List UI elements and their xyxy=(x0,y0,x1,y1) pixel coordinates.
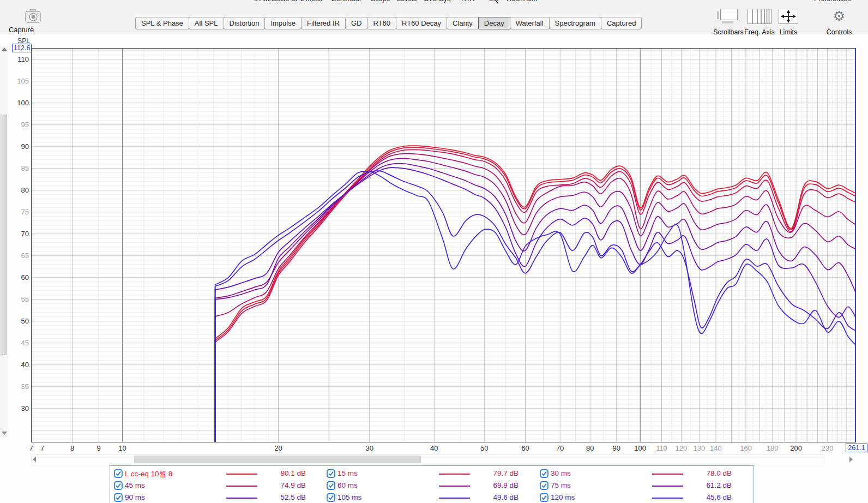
camera-icon xyxy=(25,9,41,24)
tab-rt60[interactable]: RT60 xyxy=(367,17,396,29)
legend-checkbox-L-cc-eq-10-8[interactable] xyxy=(114,469,123,478)
legend-level-value: 80.1 dB xyxy=(257,469,306,477)
legend-checkbox-30-ms[interactable] xyxy=(540,469,548,478)
legend-level-value: 69.9 dB xyxy=(469,481,519,489)
tool-button-label: Limits xyxy=(780,28,798,36)
tab-all-spl[interactable]: All SPL xyxy=(189,17,224,29)
menu-item-room-sim[interactable]: Room sim xyxy=(507,0,537,4)
tab-filtered-ir[interactable]: Filtered IR xyxy=(301,17,346,29)
legend-label: 75 ms xyxy=(551,481,571,489)
tab-captured[interactable]: Captured xyxy=(601,17,642,29)
x-tick-label: 7 xyxy=(31,444,55,452)
legend-checkbox-15-ms[interactable] xyxy=(327,469,335,478)
x-tick-label: 80 xyxy=(578,444,602,452)
legend-line-sample xyxy=(226,474,257,475)
horizontal-scrollbar-thumb[interactable] xyxy=(134,456,421,463)
tab-waterfall[interactable]: Waterfall xyxy=(510,17,550,29)
x-tick-label: 10 xyxy=(111,444,135,452)
tool-button-label: Freq. Axis xyxy=(744,28,775,36)
legend-label: 120 ms xyxy=(551,493,575,501)
decay-plot[interactable] xyxy=(31,48,856,442)
x-tick-label: 30 xyxy=(358,444,382,452)
menu-item-scope[interactable]: Scope xyxy=(371,0,390,4)
limits-icon xyxy=(775,9,801,24)
top-limit-value[interactable]: 112.6 xyxy=(12,44,32,52)
scroll-right-icon[interactable] xyxy=(849,457,853,462)
legend-line-sample xyxy=(439,486,470,487)
scroll-left-icon[interactable] xyxy=(33,457,36,462)
x-tick-label: 70 xyxy=(548,444,572,452)
x-tick-label: 200 xyxy=(784,444,808,452)
x-tick-label: 60 xyxy=(514,444,538,452)
gear-icon: ⚙ xyxy=(826,9,852,23)
legend-checkbox-120-ms[interactable] xyxy=(540,493,548,502)
legend-level-value: 52.5 dB xyxy=(257,493,306,501)
menu-item-preferences[interactable]: Preferences xyxy=(814,0,851,4)
x-tick-label: 9 xyxy=(87,444,111,452)
menu-item-spl-meter[interactable]: SPL meter xyxy=(291,0,323,4)
legend-checkbox-75-ms[interactable] xyxy=(540,481,548,490)
legend-line-sample xyxy=(439,498,470,499)
legend-line-sample xyxy=(439,474,470,475)
tool-button-label: Scrollbars xyxy=(713,28,744,36)
x-tick-label: 180 xyxy=(761,444,785,452)
x-tick-label: 100 xyxy=(628,444,652,452)
legend-label: 45 ms xyxy=(125,481,145,489)
legend-label: 30 ms xyxy=(551,469,571,477)
capture-button[interactable]: Capture xyxy=(5,8,47,34)
tool-button-label: Controls xyxy=(827,28,852,36)
scroll-down-icon[interactable] xyxy=(2,432,7,435)
legend-line-sample xyxy=(226,498,257,499)
legend-checkbox-60-ms[interactable] xyxy=(327,481,335,490)
x-tick-label: 50 xyxy=(472,444,496,452)
legend-checkbox-105-ms[interactable] xyxy=(327,493,335,502)
scrollbars-icon xyxy=(715,9,742,24)
menu-item-levels[interactable]: Levels xyxy=(397,0,417,4)
tab-distortion[interactable]: Distortion xyxy=(224,17,266,29)
limits-button[interactable]: Limits xyxy=(775,9,801,24)
x-tick-label: 140 xyxy=(704,444,728,452)
legend-level-value: 74.9 dB xyxy=(257,481,306,489)
menu-item-rta[interactable]: RTA xyxy=(461,0,474,4)
x-tick-label: 40 xyxy=(422,444,446,452)
legend-line-sample xyxy=(652,498,683,499)
legend-checkbox-45-ms[interactable] xyxy=(114,481,123,490)
freq-axis-button[interactable]: Freq. Axis xyxy=(746,9,773,24)
capture-label: Capture xyxy=(5,26,37,34)
legend-line-sample xyxy=(226,486,257,487)
x-tick-label: 160 xyxy=(734,444,758,452)
controls-button[interactable]: ⚙Controls xyxy=(826,9,852,23)
tab-gd[interactable]: GD xyxy=(345,17,368,29)
toolbar: IR windowsSPL meterGeneratorScopeLevelsO… xyxy=(0,0,868,34)
x-tick-label: 90 xyxy=(605,444,629,452)
freq-axis-icon xyxy=(746,9,773,24)
right-limit-value[interactable]: 261.1 xyxy=(846,444,867,452)
scroll-up-icon[interactable] xyxy=(2,47,7,51)
menu-item-ir-windows[interactable]: IR windows xyxy=(254,0,289,4)
tab-impulse[interactable]: Impulse xyxy=(264,17,302,29)
legend-level-value: 45.6 dB xyxy=(683,493,732,501)
tab-spectrogram[interactable]: Spectrogram xyxy=(549,17,601,29)
tab-decay[interactable]: Decay xyxy=(478,17,510,29)
scrollbars-button[interactable]: Scrollbars xyxy=(715,9,742,24)
menu-item-eq[interactable]: EQ xyxy=(489,0,499,4)
menu-item-overlays[interactable]: Overlays xyxy=(424,0,450,4)
legend-line-sample xyxy=(652,474,683,475)
tab-clarity[interactable]: Clarity xyxy=(447,17,479,29)
tab-rt60-decay[interactable]: RT60 Decay xyxy=(396,17,447,29)
legend-label: 90 ms xyxy=(125,493,145,501)
legend-label: L cc-eq 10월 8 xyxy=(125,469,172,479)
legend-line-sample xyxy=(652,486,683,487)
x-tick-label: 8 xyxy=(61,444,85,452)
legend-level-value: 78.0 dB xyxy=(683,469,732,477)
legend-checkbox-90-ms[interactable] xyxy=(114,493,123,502)
tab-spl-phase[interactable]: SPL & Phase xyxy=(135,17,189,29)
vertical-scrollbar-thumb[interactable] xyxy=(1,115,7,355)
legend-label: 60 ms xyxy=(337,481,358,489)
legend-level-value: 79.7 dB xyxy=(469,469,519,477)
graph-tabs: SPL & PhaseAll SPLDistortionImpulseFilte… xyxy=(135,17,642,29)
x-tick-label: 230 xyxy=(816,444,840,452)
legend-panel: L cc-eq 10월 880.1 dB15 ms79.7 dB30 ms78.… xyxy=(110,465,754,503)
x-tick-label: 20 xyxy=(266,444,290,452)
menu-item-generator[interactable]: Generator xyxy=(331,0,361,4)
